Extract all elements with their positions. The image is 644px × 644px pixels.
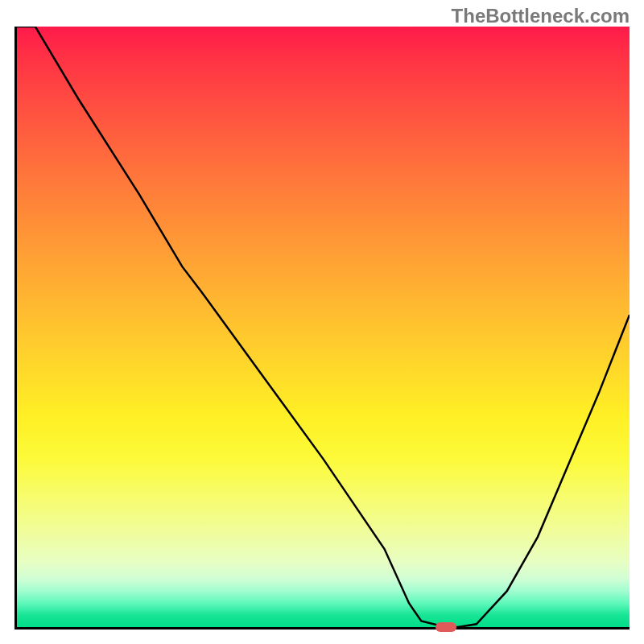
watermark-text: TheBottleneck.com (452, 5, 630, 27)
optimal-point-marker (436, 622, 456, 632)
chart-container: TheBottleneck.com (0, 0, 644, 644)
bottleneck-curve (17, 27, 630, 627)
plot-area (14, 27, 630, 630)
